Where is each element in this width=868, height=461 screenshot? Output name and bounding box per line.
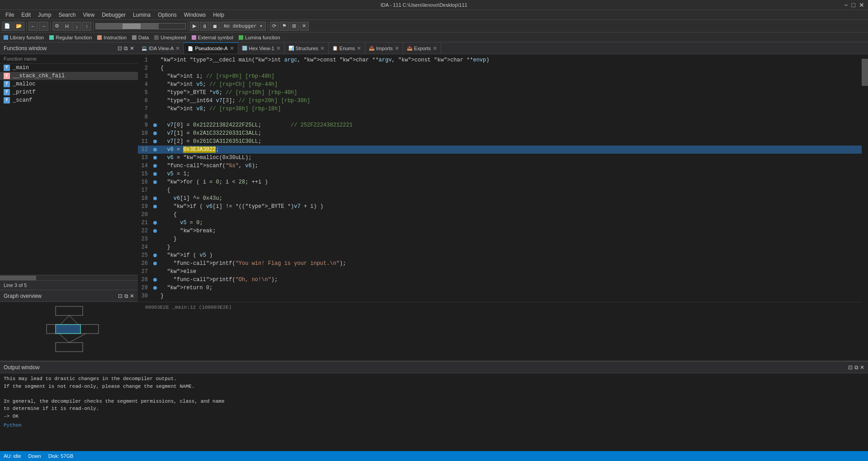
run-button[interactable]: ▶ [190,22,199,31]
code-line-2[interactable]: 2 { [138,64,862,72]
debug-btn2[interactable]: ⚑ [280,22,289,31]
code-line-17[interactable]: 17 { [138,186,862,194]
disasm-button[interactable]: ⚙ [52,22,61,31]
breakpoint-dot-12[interactable] [151,148,159,151]
scrollbar-thumb[interactable] [0,276,36,280]
code-line-19[interactable]: 19 "kw">if ( v6[i] != *(("type">_BYTE *)… [138,202,862,211]
breakpoint-dot-11[interactable] [151,140,159,143]
menu-item-edit[interactable]: Edit [18,11,34,19]
tab-ida-view-a[interactable]: 💻IDA View-A✕ [138,42,184,54]
breakpoint-dot-9[interactable] [151,123,159,127]
breakpoint-dot-25[interactable] [151,254,159,257]
minimize-button[interactable]: − [844,1,848,9]
func-item--printf[interactable]: f _printf [0,88,138,96]
breakpoint-dot-19[interactable] [151,205,159,208]
tab-close-1[interactable]: ✕ [230,45,234,52]
code-line-20[interactable]: 20 { [138,211,862,219]
breakpoint-dot-21[interactable] [151,221,159,225]
code-line-15[interactable]: 15 v5 = 1; [138,170,862,178]
func-item--main[interactable]: f _main [0,64,138,72]
code-line-3[interactable]: 3 "kw">int i; // [rsp+8h] [rbp-48h] [138,72,862,80]
code-line-6[interactable]: 6 "type">__int64 v7[3]; // [rsp+20h] [rb… [138,97,862,105]
func-item--malloc[interactable]: f _malloc [0,80,138,88]
debug-btn4[interactable]: ✕ [300,22,309,31]
breakpoint-dot-14[interactable] [151,164,159,168]
tab-close-4[interactable]: ✕ [357,45,361,52]
output-float[interactable]: ⧉ [854,364,859,371]
code-inner[interactable]: 1 "kw">int "type">__cdecl main("kw">int … [138,54,862,361]
import-button[interactable]: ↓ [72,22,81,31]
code-line-4[interactable]: 4 "kw">int v5; // [rsp+Ch] [rbp-44h] [138,80,862,89]
code-line-30[interactable]: 30 } [138,292,862,300]
code-line-7[interactable]: 7 "kw">int v8; // [rsp+38h] [rbp-18h] [138,105,862,113]
tab-enums[interactable]: 📋Enums✕ [329,42,365,54]
tab-close-3[interactable]: ✕ [320,45,325,52]
code-line-21[interactable]: 21 v5 = 0; [138,219,862,227]
code-line-10[interactable]: 10 v7[1] = 0x2A1C332220331C3ALL; [138,129,862,137]
breakpoint-dot-16[interactable] [151,180,159,184]
tab-close-5[interactable]: ✕ [395,45,399,52]
new-button[interactable]: 📄 [2,22,13,31]
code-line-24[interactable]: 24 } [138,243,862,251]
func-item---stack-chk-fail[interactable]: f __stack_chk_fail [0,72,138,80]
breakpoint-dot-29[interactable] [151,286,159,290]
code-line-16[interactable]: 16 "kw">for ( i = 0; i < 28; ++i ) [138,178,862,186]
output-close[interactable]: ✕ [860,364,864,371]
functions-window-detach[interactable]: ⊡ [118,45,122,52]
breakpoint-dot-28[interactable] [151,278,159,282]
graph-detach[interactable]: ⊡ [118,293,123,299]
code-line-1[interactable]: 1 "kw">int "type">__cdecl main("kw">int … [138,56,862,64]
graph-close[interactable]: ✕ [130,293,134,299]
menu-item-search[interactable]: Search [55,11,79,19]
functions-window-float[interactable]: ⧉ [124,45,128,52]
code-line-8[interactable]: 8 [138,113,862,121]
code-line-22[interactable]: 22 "kw">break; [138,227,862,235]
tab-close-0[interactable]: ✕ [175,45,180,52]
breakpoint-dot-26[interactable] [151,262,159,265]
functions-window-close[interactable]: ✕ [130,45,134,52]
tab-close-2[interactable]: ✕ [276,45,281,52]
menu-item-view[interactable]: View [79,11,98,19]
graph-float[interactable]: ⧉ [124,293,128,299]
code-line-12[interactable]: 12 v8 = 0x3E3A3022; [138,146,862,154]
tab-hex-view-1[interactable]: 🔢Hex View-1✕ [238,42,285,54]
vscroll-thumb[interactable] [862,59,868,86]
code-line-5[interactable]: 5 "type">_BYTE *v6; // [rsp+10h] [rbp-40… [138,89,862,97]
code-line-26[interactable]: 26 "func-call">printf("You win! Flag is … [138,259,862,268]
step-button[interactable]: ⏸ [200,22,209,31]
function-list[interactable]: f _main f __stack_chk_fail f _malloc f _… [0,64,138,275]
debug-btn1[interactable]: ⟳ [270,22,279,31]
code-line-23[interactable]: 23 } [138,235,862,243]
code-line-13[interactable]: 13 v6 = "kw">malloc(0x30uLL); [138,154,862,162]
open-button[interactable]: 📂 [14,22,24,31]
menu-item-file[interactable]: File [2,11,18,19]
menu-item-options[interactable]: Options [154,11,180,19]
menu-item-debugger[interactable]: Debugger [98,11,129,19]
output-detach[interactable]: ⊡ [848,364,853,371]
breakpoint-dot-18[interactable] [151,197,159,200]
back-button[interactable]: ← [28,22,38,31]
export-button[interactable]: ↑ [82,22,91,31]
code-line-11[interactable]: 11 v7[2] = 0x261C3A3126351C30LL; [138,137,862,146]
close-button[interactable]: ✕ [859,1,864,9]
code-line-25[interactable]: 25 "kw">if ( v5 ) [138,251,862,259]
tab-imports[interactable]: 📥Imports✕ [365,42,403,54]
horizontal-scrollbar[interactable] [0,275,138,280]
step2-button[interactable]: ⏹ [210,22,220,31]
code-line-28[interactable]: 28 "func-call">printf("Oh, no!\n"); [138,276,862,284]
code-line-29[interactable]: 29 "kw">return 0; [138,284,862,292]
maximize-button[interactable]: □ [852,1,855,9]
tab-structures[interactable]: 📊Structures✕ [285,42,329,54]
tab-close-6[interactable]: ✕ [433,45,437,52]
breakpoint-dot-22[interactable] [151,229,159,233]
code-line-14[interactable]: 14 "func-call">scanf("%s", v6); [138,162,862,170]
tab-exports[interactable]: 📤Exports✕ [403,42,441,54]
debug-btn3[interactable]: ⊞ [290,22,299,31]
breakpoint-dot-13[interactable] [151,156,159,160]
breakpoint-dot-10[interactable] [151,132,159,135]
breakpoint-dot-15[interactable] [151,172,159,176]
code-line-18[interactable]: 18 v6[i] ^= 0x43u; [138,194,862,202]
hex-button[interactable]: H [62,22,71,31]
menu-item-help[interactable]: Help [209,11,228,19]
func-item--scanf[interactable]: f _scanf [0,96,138,104]
